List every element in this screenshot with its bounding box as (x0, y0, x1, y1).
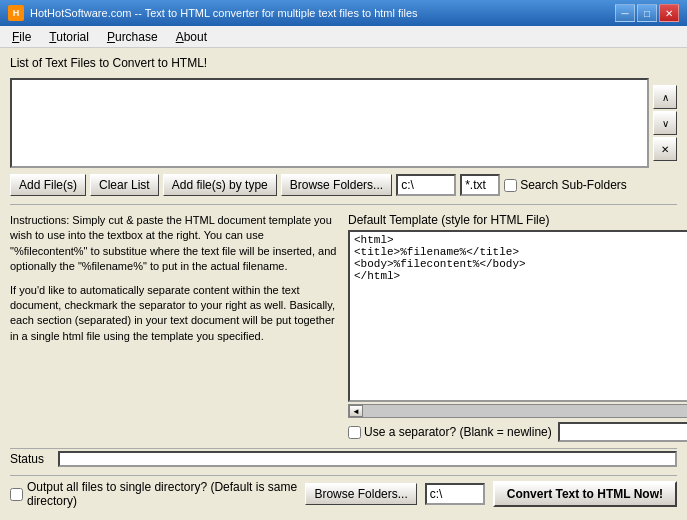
template-label: Default Template (style for HTML File) (348, 213, 687, 227)
instructions-para1: Instructions: Simply cut & paste the HTM… (10, 213, 340, 275)
template-panel: Default Template (style for HTML File) <… (348, 213, 687, 442)
minimize-button[interactable]: ─ (615, 4, 635, 22)
browse-folders-button[interactable]: Browse Folders... (281, 174, 392, 196)
search-subfolders-text: Search Sub-Folders (520, 178, 627, 192)
list-arrows: ∧ ∨ ✕ (653, 78, 677, 168)
remove-button[interactable]: ✕ (653, 137, 677, 161)
app-icon: H (8, 5, 24, 21)
output-checkbox-label[interactable]: Output all files to single directory? (D… (10, 480, 297, 508)
template-container: <html> <title>%filename%</title> <body>%… (348, 230, 687, 402)
instructions-para2: If you'd like to automatically separate … (10, 283, 340, 345)
close-button[interactable]: ✕ (659, 4, 679, 22)
horiz-scroll-track (363, 405, 687, 417)
separator-input[interactable] (558, 422, 687, 442)
menu-about-label: About (176, 30, 207, 44)
maximize-button[interactable]: □ (637, 4, 657, 22)
file-list-box[interactable] (10, 78, 649, 168)
move-down-button[interactable]: ∨ (653, 111, 677, 135)
convert-button[interactable]: Convert Text to HTML Now! (493, 481, 677, 507)
list-section-label: List of Text Files to Convert to HTML! (10, 56, 677, 70)
search-subfolders-label[interactable]: Search Sub-Folders (504, 178, 627, 192)
output-directory-checkbox[interactable] (10, 488, 23, 501)
menu-tutorial-label: Tutorial (49, 30, 89, 44)
menu-purchase-label: Purchase (107, 30, 158, 44)
horiz-scrollbar: ◄ ► (348, 404, 687, 418)
file-list-container: ∧ ∨ ✕ (10, 78, 677, 168)
title-bar: H HotHotSoftware.com -- Text to HTML con… (0, 0, 687, 26)
add-by-type-button[interactable]: Add file(s) by type (163, 174, 277, 196)
search-subfolders-checkbox[interactable] (504, 179, 517, 192)
title-bar-left: H HotHotSoftware.com -- Text to HTML con… (8, 5, 418, 21)
separator-row: Use a separator? (Blank = newline) (348, 422, 687, 442)
extension-input[interactable] (460, 174, 500, 196)
output-label-text: Output all files to single directory? (D… (27, 480, 297, 508)
menu-bar: File Tutorial Purchase About (0, 26, 687, 48)
separator-checkbox[interactable] (348, 426, 361, 439)
menu-file-label: File (12, 30, 31, 44)
instructions-panel: Instructions: Simply cut & paste the HTM… (10, 213, 340, 442)
menu-purchase[interactable]: Purchase (99, 28, 166, 46)
menu-file[interactable]: File (4, 28, 39, 46)
title-bar-controls: ─ □ ✕ (615, 4, 679, 22)
separator-checkbox-label[interactable]: Use a separator? (Blank = newline) (348, 425, 552, 439)
move-up-button[interactable]: ∧ (653, 85, 677, 109)
path-input[interactable] (396, 174, 456, 196)
clear-list-button[interactable]: Clear List (90, 174, 159, 196)
toolbar-row: Add File(s) Clear List Add file(s) by ty… (10, 174, 677, 196)
bottom-browse-button[interactable]: Browse Folders... (305, 483, 416, 505)
section-divider (10, 204, 677, 205)
horiz-scroll-left[interactable]: ◄ (349, 405, 363, 417)
add-files-button[interactable]: Add File(s) (10, 174, 86, 196)
template-textarea[interactable]: <html> <title>%filename%</title> <body>%… (348, 230, 687, 402)
bottom-bar: Output all files to single directory? (D… (10, 475, 677, 512)
separator-label-text: Use a separator? (Blank = newline) (364, 425, 552, 439)
menu-tutorial[interactable]: Tutorial (41, 28, 97, 46)
status-label: Status (10, 452, 50, 466)
status-bar: Status (10, 448, 677, 469)
lower-section: Instructions: Simply cut & paste the HTM… (10, 213, 677, 442)
bottom-path-input[interactable] (425, 483, 485, 505)
window-title: HotHotSoftware.com -- Text to HTML conve… (30, 7, 418, 19)
menu-about[interactable]: About (168, 28, 215, 46)
status-progress-bar (58, 451, 677, 467)
main-content: List of Text Files to Convert to HTML! ∧… (0, 48, 687, 520)
